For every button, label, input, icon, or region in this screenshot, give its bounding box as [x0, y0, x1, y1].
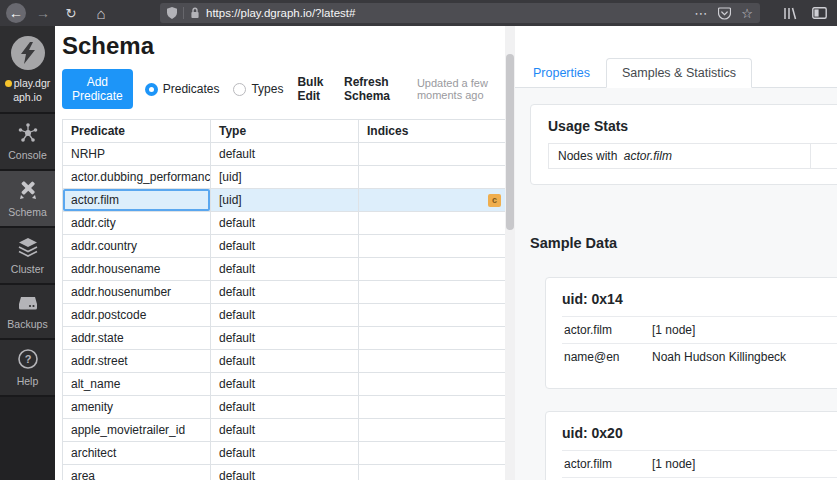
usage-stats-row: Nodes with actor.film [548, 143, 837, 169]
sample-attribute-row: name@en Noah Hudson Killingbeck [562, 343, 837, 370]
sidebar-item-console[interactable]: Console [0, 114, 55, 171]
usage-stats-value [811, 144, 837, 168]
page-actions-icon[interactable]: ⋯ [694, 6, 708, 21]
sidebar-item-schema[interactable]: Schema [0, 171, 55, 228]
shield-icon[interactable] [167, 7, 177, 19]
table-row[interactable]: addr.streetdefault [63, 350, 506, 373]
table-row[interactable]: addr.countrydefault [63, 235, 506, 258]
usage-stats-card: Usage Stats Nodes with actor.film [530, 104, 837, 185]
types-radio[interactable]: Types [233, 82, 283, 96]
tab-samples-statistics[interactable]: Samples & Statistics [606, 58, 752, 88]
column-header-type[interactable]: Type [211, 120, 359, 143]
samples-statistics-content: Usage Stats Nodes with actor.film Sample… [515, 88, 837, 480]
bulk-edit-button[interactable]: Bulk Edit [297, 75, 330, 103]
question-circle-icon: ? [17, 348, 39, 370]
graph-network-icon [17, 122, 39, 144]
sample-attribute-row: actor.film [1 node] [562, 316, 837, 343]
url-separator [183, 7, 184, 19]
sidebar-item-backups[interactable]: Backups [0, 285, 55, 340]
table-row-selected[interactable]: actor.film [uid] c [63, 189, 506, 212]
sidebar-item-label: Backups [7, 318, 47, 330]
sample-attribute-row: actor.film [1 node] [562, 450, 837, 477]
radio-unselected-icon [233, 83, 246, 96]
url-text[interactable]: https://play.dgraph.io/?latest# [206, 7, 694, 19]
table-row[interactable]: areadefault [63, 465, 506, 480]
last-updated-text: Updated a few moments ago [417, 77, 505, 101]
layers-icon [17, 236, 39, 258]
sample-node-card: uid: 0x14 actor.film [1 node] name@en No… [545, 277, 837, 389]
sidebar-item-label: Help [17, 375, 39, 387]
predicates-radio-label: Predicates [163, 82, 220, 96]
table-row[interactable]: addr.citydefault [63, 212, 506, 235]
sample-data-title: Sample Data [530, 235, 837, 251]
tab-properties[interactable]: Properties [517, 58, 606, 88]
back-icon[interactable]: ← [6, 3, 26, 23]
table-row[interactable]: NRHPdefault [63, 143, 506, 166]
sidebar-item-label: Cluster [11, 263, 44, 275]
add-predicate-button[interactable]: Add Predicate [62, 69, 133, 109]
sidebar-filler [0, 397, 55, 480]
predicate-name-italic: actor.film [624, 149, 672, 163]
count-index-badge: c [488, 194, 501, 207]
table-row[interactable]: alt_namedefault [63, 373, 506, 396]
forward-icon[interactable]: → [32, 2, 54, 24]
refresh-schema-button[interactable]: Refresh Schema [344, 75, 403, 103]
details-tab-bar: Properties Samples & Statistics [515, 58, 837, 88]
pocket-icon[interactable] [718, 7, 731, 20]
node-uid-label: uid: 0x20 [562, 425, 837, 441]
page-title: Schema [62, 32, 505, 60]
usage-stats-title: Usage Stats [548, 118, 837, 134]
refresh-icon[interactable]: ↻ [60, 2, 82, 24]
schema-pane: Schema Add Predicate Predicates Types Bu… [55, 26, 505, 480]
crossed-pencils-icon [17, 179, 39, 201]
usage-stats-label: Nodes with actor.film [549, 144, 811, 168]
sidebar-item-label: Schema [8, 206, 47, 218]
table-row[interactable]: actor.dubbing_performances[uid] [63, 166, 506, 189]
table-row[interactable]: apple_movietrailer_iddefault [63, 419, 506, 442]
table-row[interactable]: architectdefault [63, 442, 506, 465]
table-header-row: Predicate Type Indices [63, 120, 506, 143]
predicates-radio[interactable]: Predicates [145, 82, 220, 96]
app-sidebar: play.dgraph.io Console Schema Cluster Ba… [0, 26, 55, 480]
predicates-table: Predicate Type Indices NRHPdefault actor… [62, 119, 505, 480]
library-icon[interactable] [783, 7, 798, 20]
url-bar[interactable]: https://play.dgraph.io/?latest# ⋯ ☆ [160, 3, 760, 23]
svg-text:?: ? [24, 353, 31, 365]
sample-node-card: uid: 0x20 actor.film [1 node] name@en Sa… [545, 411, 837, 480]
connected-server-label: play.dgraph.io [5, 76, 51, 104]
dgraph-logo-icon [11, 36, 45, 70]
node-uid-label: uid: 0x14 [562, 291, 837, 307]
lock-icon[interactable] [190, 7, 200, 19]
scrollbar-thumb[interactable] [506, 54, 514, 230]
sidebar-toggle-icon[interactable] [812, 7, 827, 19]
sidebar-item-help[interactable]: ? Help [0, 340, 55, 397]
table-row[interactable]: amenitydefault [63, 396, 506, 419]
home-icon[interactable]: ⌂ [90, 2, 112, 24]
radio-selected-icon [145, 83, 158, 96]
table-row[interactable]: addr.housenumberdefault [63, 281, 506, 304]
brand-block[interactable]: play.dgraph.io [0, 26, 55, 114]
column-header-indices[interactable]: Indices [359, 120, 506, 143]
predicate-details-panel: Properties Samples & Statistics Usage St… [515, 26, 837, 480]
hard-drive-icon [17, 293, 39, 313]
sidebar-item-label: Console [8, 149, 47, 161]
vertical-scrollbar[interactable] [505, 26, 515, 480]
schema-toolbar: Add Predicate Predicates Types Bulk Edit… [62, 69, 505, 109]
connection-status-dot [5, 80, 12, 87]
browser-toolbar: ← → ↻ ⌂ https://play.dgraph.io/?latest# … [0, 0, 837, 26]
bookmark-star-icon[interactable]: ☆ [741, 6, 753, 21]
table-row[interactable]: addr.housenamedefault [63, 258, 506, 281]
types-radio-label: Types [251, 82, 283, 96]
sidebar-item-cluster[interactable]: Cluster [0, 228, 55, 285]
column-header-predicate[interactable]: Predicate [63, 120, 211, 143]
table-row[interactable]: addr.statedefault [63, 327, 506, 350]
table-row[interactable]: addr.postcodedefault [63, 304, 506, 327]
